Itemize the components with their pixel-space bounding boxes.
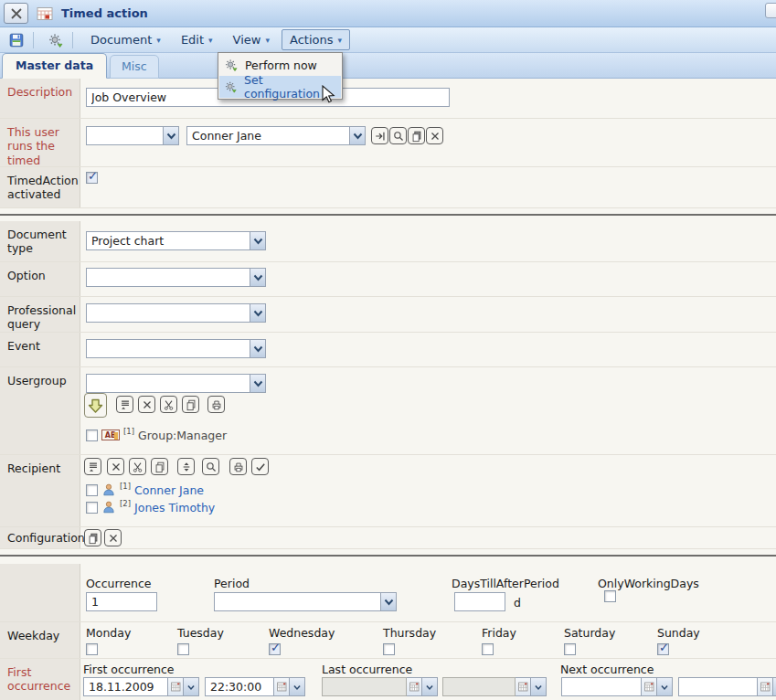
- chevron-down-icon: [292, 683, 302, 692]
- entry-index: [1]: [120, 482, 131, 491]
- usergroup-select-all-button[interactable]: [116, 396, 133, 413]
- period-select[interactable]: [214, 592, 397, 611]
- run-button[interactable]: [45, 30, 67, 50]
- search-icon: [205, 461, 218, 473]
- wednesday-checkbox[interactable]: [269, 643, 281, 655]
- scissors-icon: [163, 398, 175, 411]
- last-date-input: [322, 677, 407, 696]
- chevron-down-icon: [380, 593, 396, 610]
- tab-master-data[interactable]: Master data: [2, 53, 107, 79]
- corner-button[interactable]: [765, 3, 776, 18]
- weekday-saturday: Saturday: [564, 626, 615, 655]
- activated-label: TimedAction activated: [0, 167, 80, 207]
- usergroup-copy-button[interactable]: [182, 396, 199, 413]
- close-button[interactable]: [4, 3, 28, 24]
- calendar-button[interactable]: [168, 677, 184, 696]
- activated-checkbox[interactable]: [86, 172, 98, 184]
- calendar-button[interactable]: [274, 677, 290, 696]
- thursday-checkbox[interactable]: [383, 643, 395, 655]
- weekday-tuesday: Tuesday: [177, 626, 224, 655]
- recipient-link[interactable]: Jones Timothy: [134, 501, 215, 514]
- only-working-days-checkbox[interactable]: [604, 590, 616, 602]
- calendar-button[interactable]: [642, 677, 657, 696]
- user-label: This user runs the timed action: [0, 119, 80, 166]
- user-type-select[interactable]: [86, 126, 179, 145]
- usergroup-select[interactable]: [86, 374, 266, 393]
- first-date-input[interactable]: [83, 677, 168, 696]
- time-dropdown-button[interactable]: [531, 677, 547, 696]
- tab-bar: Master data Misc: [0, 53, 776, 79]
- next-time-input[interactable]: [678, 677, 758, 696]
- usergroup-entry-checkbox[interactable]: [86, 430, 98, 441]
- document-type-select[interactable]: Project chart: [86, 231, 266, 250]
- chevron-down-icon: [250, 232, 265, 249]
- list-icon: [87, 461, 100, 473]
- recipient-sort-button[interactable]: [177, 458, 195, 475]
- weekday-sunday: Sunday: [657, 626, 700, 655]
- user-select[interactable]: Conner Jane: [186, 126, 366, 145]
- recipient-copy-button[interactable]: [151, 458, 168, 475]
- section-separator: [0, 208, 776, 221]
- first-time-input[interactable]: [205, 677, 274, 696]
- configuration-paste-button[interactable]: [84, 529, 101, 546]
- calendar-button[interactable]: [407, 677, 422, 696]
- recipient-link[interactable]: Conner Jane: [134, 483, 204, 497]
- last-occurrence-time: [442, 677, 547, 696]
- usergroup-print-button[interactable]: [207, 396, 225, 413]
- saturday-checkbox[interactable]: [564, 643, 576, 655]
- last-occurrence-label: Last occurrence: [322, 663, 412, 676]
- professional-query-select[interactable]: [86, 303, 266, 323]
- menu-view[interactable]: View: [225, 29, 278, 50]
- occurrence-input[interactable]: [86, 592, 157, 611]
- user-clear-button[interactable]: [426, 127, 443, 144]
- save-button[interactable]: [5, 30, 27, 50]
- next-date-input[interactable]: [561, 677, 642, 696]
- person-icon: [101, 483, 116, 497]
- date-dropdown-button[interactable]: [184, 677, 199, 696]
- date-dropdown-button[interactable]: [657, 677, 673, 696]
- event-select[interactable]: [86, 339, 266, 358]
- usergroup-cut-button[interactable]: [160, 396, 177, 413]
- usergroup-delete-button[interactable]: [138, 396, 155, 413]
- toolbar-separator: [72, 32, 73, 48]
- menu-edit[interactable]: Edit: [173, 29, 221, 50]
- first-occurrence-date: [83, 677, 199, 696]
- menu-actions[interactable]: Actions: [282, 29, 350, 50]
- paste-icon: [87, 532, 100, 545]
- user-jump-button[interactable]: [371, 127, 388, 144]
- tuesday-checkbox[interactable]: [177, 643, 189, 655]
- recipient-delete-button[interactable]: [107, 458, 124, 475]
- row-first-occurrence: First occurrence First occurrence Last o…: [0, 659, 776, 700]
- configuration-clear-button[interactable]: [104, 529, 122, 546]
- menu-document[interactable]: Document: [82, 29, 169, 50]
- row-description: Description: [0, 79, 776, 119]
- usergroup-add-button[interactable]: [84, 393, 107, 418]
- toolbar: Document Edit View Actions: [0, 27, 776, 53]
- recipient-print-button[interactable]: [229, 458, 247, 475]
- calendar-button[interactable]: [516, 677, 531, 696]
- recipient-cut-button[interactable]: [129, 458, 146, 475]
- recipient-select-all-button[interactable]: [84, 458, 101, 475]
- days-till-after-period-label: DaysTillAfterPeriod: [452, 577, 559, 590]
- monday-checkbox[interactable]: [86, 643, 98, 655]
- option-select[interactable]: [86, 268, 266, 287]
- recipient-confirm-button[interactable]: [251, 458, 269, 475]
- first-occurrence-label: First occurrence: [83, 663, 175, 676]
- chevron-down-icon: [349, 127, 365, 144]
- calendar-icon: [170, 681, 182, 693]
- period-label: Period: [214, 577, 250, 590]
- days-till-after-period-input[interactable]: [454, 592, 505, 611]
- user-search-button[interactable]: [389, 127, 407, 144]
- friday-checkbox[interactable]: [482, 643, 494, 655]
- recipient-search-button[interactable]: [202, 458, 219, 475]
- recipient-checkbox[interactable]: [86, 502, 98, 514]
- recipient-checkbox[interactable]: [86, 484, 98, 496]
- tab-misc[interactable]: Misc: [110, 55, 159, 79]
- sunday-checkbox[interactable]: [657, 643, 669, 655]
- time-dropdown-button[interactable]: [290, 677, 305, 696]
- calendar-button[interactable]: [758, 677, 773, 696]
- date-dropdown-button[interactable]: [422, 677, 438, 696]
- toolbar-separator: [33, 32, 34, 48]
- user-paste-button[interactable]: [408, 127, 425, 144]
- chevron-down-icon: [163, 127, 178, 144]
